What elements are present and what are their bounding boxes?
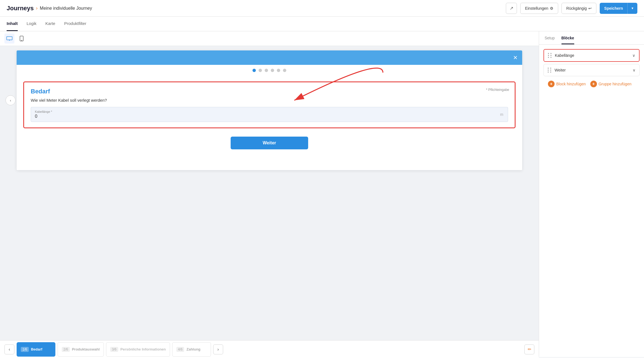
header-left: Journeys › Meine individuelle Journey xyxy=(7,5,92,12)
drag-handle-icon xyxy=(548,53,552,58)
chevron-down-icon: ▾ xyxy=(632,6,633,10)
required-label: * Pflichteingabe xyxy=(486,88,509,92)
block-kabellaenge-label: Kabellänge xyxy=(555,53,574,58)
app-title: Journeys xyxy=(7,5,34,12)
canvas-area: ‹ ✕ xyxy=(0,31,539,357)
add-buttons: + Block hinzufügen + Gruppe hinzufügen xyxy=(543,78,640,90)
bottom-nav-next[interactable]: › xyxy=(213,344,223,354)
undo-button[interactable]: Rückgängig ↩ xyxy=(561,3,596,14)
step-name-1: Bedarf xyxy=(31,347,42,351)
settings-button[interactable]: Einstellungen ⚙ xyxy=(520,3,558,14)
step-card-2[interactable]: 2/6 Produktauswahl xyxy=(58,342,104,357)
undo-label: Rückgängig xyxy=(566,6,587,11)
tab-produktfilter[interactable]: Produktfilter xyxy=(64,17,86,31)
dot-navigation xyxy=(17,65,522,76)
step-badge-3: 3/6 xyxy=(110,347,118,352)
bedarf-card: Bedarf * Pflichteingabe Wie viel Meter K… xyxy=(23,81,516,128)
add-group-label: Gruppe hinzufügen xyxy=(599,82,632,86)
save-dropdown-button[interactable]: ▾ xyxy=(627,3,637,14)
input-label: Kabellänge * xyxy=(35,110,504,113)
step-name-2: Produktauswahl xyxy=(72,347,100,351)
dot-2[interactable] xyxy=(259,69,262,72)
main-tabs: Inhalt Logik Karte Produktfilter xyxy=(0,17,644,31)
tab-inhalt[interactable]: Inhalt xyxy=(7,17,18,31)
add-group-button[interactable]: + Gruppe hinzufügen xyxy=(590,81,632,87)
dot-5[interactable] xyxy=(277,69,280,72)
panel-tab-bloecke[interactable]: Blöcke xyxy=(561,36,574,44)
bottom-bar: ‹ 1/6 Bedarf 2/6 Produktauswahl 3/6 Pers… xyxy=(0,340,539,358)
chevron-down-icon: ∨ xyxy=(633,68,635,72)
svg-rect-0 xyxy=(7,37,12,40)
external-link-button[interactable]: ↗ xyxy=(506,3,517,14)
edit-step-button[interactable]: ✏ xyxy=(524,344,534,354)
step-name-3: Persönliche Informationen xyxy=(120,347,166,351)
tab-karte[interactable]: Karte xyxy=(45,17,55,31)
card-title: Bedarf xyxy=(31,88,508,95)
add-block-icon: + xyxy=(548,81,555,87)
desktop-view-button[interactable] xyxy=(4,34,14,44)
header: Journeys › Meine individuelle Journey ↗ … xyxy=(0,0,644,17)
input-unit: m xyxy=(500,112,503,117)
weiter-button[interactable]: Weiter xyxy=(231,137,308,149)
step-card-4[interactable]: 4/6 Zahlung xyxy=(172,342,211,357)
block-weiter-left: Weiter xyxy=(548,68,566,73)
settings-label: Einstellungen xyxy=(525,6,548,11)
step-card-1[interactable]: 1/6 Bedarf xyxy=(17,342,55,357)
block-weiter-label: Weiter xyxy=(555,68,566,72)
panel-tab-setup[interactable]: Setup xyxy=(545,36,555,44)
right-panel: Setup Blöcke Kabellänge ∨ xyxy=(539,31,644,357)
dot-4[interactable] xyxy=(271,69,274,72)
save-group: Speichern ▾ xyxy=(600,3,637,14)
panel-body: Kabellänge ∨ Weiter ∨ + xyxy=(539,45,644,357)
step-card-3[interactable]: 3/6 Persönliche Informationen xyxy=(106,342,170,357)
tab-logik[interactable]: Logik xyxy=(27,17,37,31)
preview-close-button[interactable]: ✕ xyxy=(513,54,518,61)
add-group-icon: + xyxy=(590,81,597,87)
save-button[interactable]: Speichern xyxy=(600,3,627,14)
step-badge-2: 2/6 xyxy=(62,347,70,352)
preview-topbar: ✕ xyxy=(17,50,522,65)
breadcrumb-chevron: › xyxy=(36,5,38,11)
block-kabellaenge-left: Kabellänge xyxy=(548,53,574,58)
card-question: Wie viel Meter Kabel soll verlegt werden… xyxy=(31,98,508,103)
step-badge-4: 4/6 xyxy=(176,347,184,352)
preview-window: ✕ Bedarf * Pflichteingabe xyxy=(17,50,522,170)
add-block-label: Block hinzufügen xyxy=(556,82,586,86)
cable-length-input-wrapper[interactable]: Kabellänge * 0 m xyxy=(31,107,508,122)
device-toolbar xyxy=(0,31,539,46)
dot-3[interactable] xyxy=(265,69,268,72)
preview-content: Bedarf * Pflichteingabe Wie viel Meter K… xyxy=(17,76,522,170)
preview-nav-left[interactable]: ‹ xyxy=(6,95,16,105)
drag-handle-icon xyxy=(548,68,552,73)
block-kabellaenge[interactable]: Kabellänge ∨ xyxy=(543,49,640,62)
step-name-4: Zahlung xyxy=(186,347,200,351)
undo-icon: ↩ xyxy=(588,6,592,11)
panel-tabs: Setup Blöcke xyxy=(539,31,644,45)
chevron-down-icon: ∨ xyxy=(632,53,635,58)
input-value: 0 xyxy=(35,114,504,119)
step-badge-1: 1/6 xyxy=(21,347,29,352)
bottom-nav-prev[interactable]: ‹ xyxy=(4,344,14,354)
main-layout: ‹ ✕ xyxy=(0,31,644,357)
gear-icon: ⚙ xyxy=(550,6,553,11)
breadcrumb: Meine individuelle Journey xyxy=(40,6,92,11)
header-right: ↗ Einstellungen ⚙ Rückgängig ↩ Speichern… xyxy=(506,3,637,14)
block-weiter[interactable]: Weiter ∨ xyxy=(543,64,640,76)
dot-1[interactable] xyxy=(253,69,256,72)
dot-6[interactable] xyxy=(283,69,286,72)
mobile-view-button[interactable] xyxy=(17,34,27,44)
add-block-button[interactable]: + Block hinzufügen xyxy=(548,81,586,87)
